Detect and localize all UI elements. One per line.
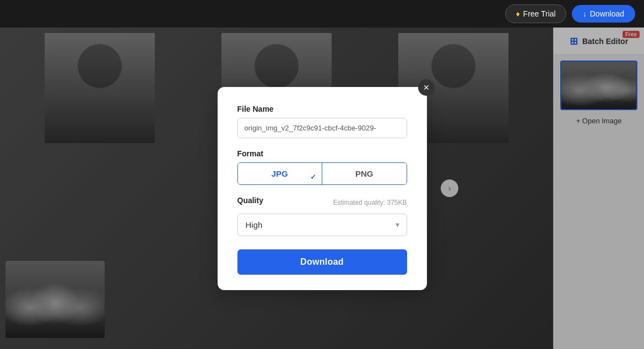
free-trial-button[interactable]: ♦ Free Trial xyxy=(505,4,566,23)
download-nav-label: Download xyxy=(590,9,624,18)
dialog-overlay: ✕ File Name Format JPG PNG xyxy=(0,28,644,349)
quality-label: Quality xyxy=(237,196,263,205)
download-nav-button[interactable]: ↓ Download xyxy=(572,5,635,23)
main-area: › ⊞ Batch Editor Free + Open Image ✕ Fil… xyxy=(0,28,644,349)
file-name-input[interactable] xyxy=(237,118,407,138)
download-dialog-button[interactable]: Download xyxy=(237,249,407,275)
estimated-quality: Estimated quality: 375KB xyxy=(333,199,407,206)
format-row: Format JPG PNG xyxy=(237,149,407,185)
diamond-icon: ♦ xyxy=(516,9,519,18)
download-dialog-label: Download xyxy=(300,257,344,266)
quality-select-wrapper: High Medium Low ▾ xyxy=(237,214,407,236)
quality-select[interactable]: High Medium Low xyxy=(237,214,407,236)
download-dialog: ✕ File Name Format JPG PNG xyxy=(218,87,427,290)
free-trial-label: Free Trial xyxy=(523,9,556,18)
navbar: ♦ Free Trial ↓ Download xyxy=(0,0,644,28)
format-jpg-label: JPG xyxy=(272,169,288,178)
format-buttons: JPG PNG xyxy=(237,162,407,185)
file-name-label: File Name xyxy=(237,105,407,113)
close-icon: ✕ xyxy=(423,83,430,92)
format-png-label: PNG xyxy=(355,169,374,178)
dialog-close-button[interactable]: ✕ xyxy=(418,79,435,96)
format-jpg-button[interactable]: JPG xyxy=(238,163,322,184)
format-png-button[interactable]: PNG xyxy=(322,163,407,184)
quality-header: Quality Estimated quality: 375KB xyxy=(237,196,407,209)
download-arrow-icon: ↓ xyxy=(583,9,587,18)
quality-row: Quality Estimated quality: 375KB High Me… xyxy=(237,196,407,236)
format-label: Format xyxy=(237,149,407,158)
